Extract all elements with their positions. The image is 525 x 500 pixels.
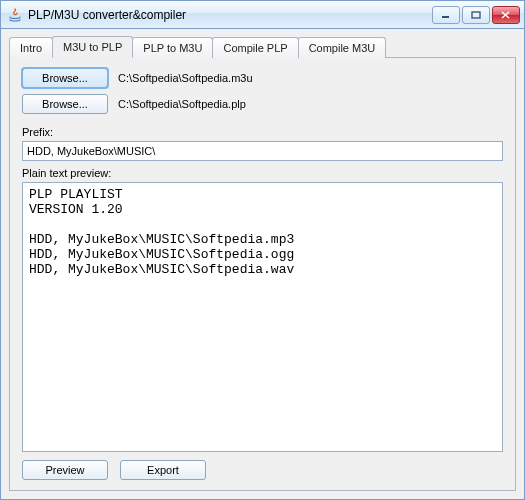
prefix-input[interactable] [22,141,503,161]
svg-rect-1 [472,12,480,18]
tabs: Intro M3U to PLP PLP to M3U Compile PLP … [9,35,516,57]
preview-label: Plain text preview: [22,167,503,179]
close-button[interactable] [492,6,520,24]
window-title: PLP/M3U converter&compiler [28,8,432,22]
window-controls [432,6,520,24]
maximize-button[interactable] [462,6,490,24]
client-area: Intro M3U to PLP PLP to M3U Compile PLP … [1,29,524,499]
tab-panel: Browse... C:\Softpedia\Softpedia.m3u Bro… [9,57,516,491]
prefix-label: Prefix: [22,126,503,138]
output-file-row: Browse... C:\Softpedia\Softpedia.plp [22,94,503,114]
export-button[interactable]: Export [120,460,206,480]
preview-textarea[interactable]: PLP PLAYLIST VERSION 1.20 HDD, MyJukeBox… [22,182,503,452]
titlebar: PLP/M3U converter&compiler [1,1,524,29]
tab-compile-m3u[interactable]: Compile M3U [298,37,387,58]
app-window: PLP/M3U converter&compiler Intro M3U to … [0,0,525,500]
tab-m3u-to-plp[interactable]: M3U to PLP [52,36,133,58]
output-file-path: C:\Softpedia\Softpedia.plp [118,98,246,110]
java-app-icon [7,7,23,23]
action-buttons: Preview Export [22,460,503,480]
preview-button[interactable]: Preview [22,460,108,480]
minimize-button[interactable] [432,6,460,24]
tab-intro[interactable]: Intro [9,37,53,58]
input-file-path: C:\Softpedia\Softpedia.m3u [118,72,253,84]
browse-output-button[interactable]: Browse... [22,94,108,114]
tab-plp-to-m3u[interactable]: PLP to M3U [132,37,213,58]
tab-compile-plp[interactable]: Compile PLP [212,37,298,58]
input-file-row: Browse... C:\Softpedia\Softpedia.m3u [22,68,503,88]
browse-input-button[interactable]: Browse... [22,68,108,88]
